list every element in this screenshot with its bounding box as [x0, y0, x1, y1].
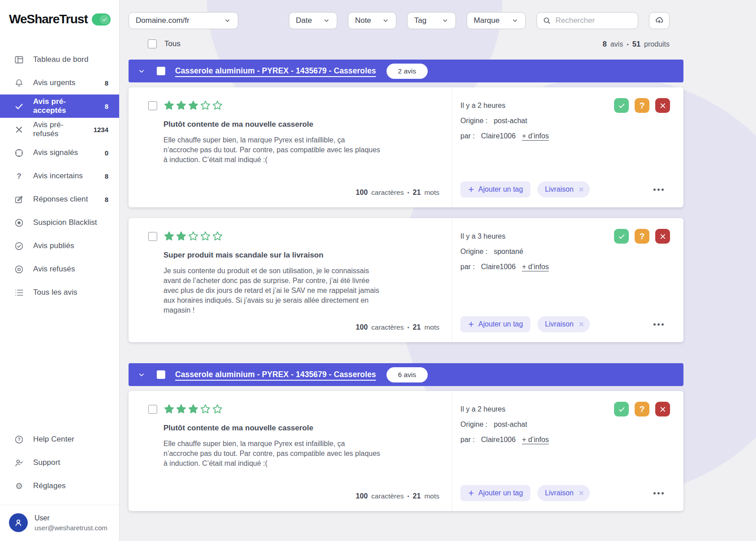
- product-group-header[interactable]: Casserole aluminium - PYREX - 1435679 - …: [129, 363, 683, 386]
- stats-separator: •: [407, 190, 409, 196]
- more-info-link[interactable]: + d’infos: [522, 129, 549, 144]
- more-actions-button[interactable]: [653, 489, 665, 497]
- star-empty-icon: [200, 100, 211, 111]
- review-stats: 100 caractères • 21 mots: [356, 484, 439, 500]
- review-meta: Il y a 2 heures Origine : post-achat par…: [460, 98, 549, 144]
- sidebar-item-avis-refuses[interactable]: Avis refusés: [0, 258, 119, 281]
- more-actions-button[interactable]: [653, 321, 665, 328]
- sidebar-item-reponses-client[interactable]: Réponses client 8: [0, 188, 119, 211]
- star-empty-icon: [212, 404, 223, 415]
- x-icon: [659, 102, 667, 110]
- reviews-count: 8: [603, 40, 607, 48]
- cloud-download-icon: [654, 16, 664, 26]
- product-link[interactable]: Casserole aluminium - PYREX - 1435679 - …: [175, 370, 376, 379]
- sidebar-nav: Tableau de bord Avis urgents 8 Avis pré-…: [0, 48, 119, 304]
- review-count-badge: 2 avis: [387, 64, 428, 79]
- group-checkbox[interactable]: [157, 67, 165, 75]
- review-checkbox[interactable]: [148, 101, 157, 110]
- edit-icon: [13, 194, 24, 205]
- close-icon[interactable]: [578, 321, 584, 327]
- sidebar-item-help-center[interactable]: ? Help Center: [0, 428, 119, 451]
- select-all[interactable]: Tous: [148, 39, 180, 48]
- product-link[interactable]: Casserole aluminium - PYREX - 1435679 - …: [175, 66, 376, 76]
- approve-button[interactable]: [614, 229, 629, 244]
- add-tag-button[interactable]: Ajouter un tag: [460, 316, 530, 332]
- review-checkbox[interactable]: [148, 405, 157, 414]
- review-card-left: Plutôt contente de ma nouvelle casserole…: [129, 87, 452, 207]
- uncertain-button[interactable]: ?: [635, 98, 649, 113]
- review-time: Il y a 3 heures: [460, 229, 549, 244]
- bell-icon: [13, 77, 24, 88]
- group-checkbox[interactable]: [157, 370, 165, 379]
- add-tag-button[interactable]: Ajouter un tag: [460, 485, 530, 501]
- more-actions-button[interactable]: [653, 186, 665, 193]
- close-icon[interactable]: [578, 490, 584, 496]
- date-filter-value: Date: [296, 16, 312, 25]
- reject-button[interactable]: [655, 402, 670, 416]
- moderation-actions: ?: [614, 98, 670, 144]
- uncertain-button[interactable]: ?: [635, 402, 649, 416]
- sidebar-item-tous-les-avis[interactable]: Tous les avis: [0, 281, 119, 304]
- tag-pill[interactable]: Livraison: [537, 485, 590, 501]
- author-label: par :: [460, 259, 475, 275]
- review-card-right: Il y a 2 heures Origine : post-achat par…: [452, 391, 683, 511]
- sidebar-item-avis-urgents[interactable]: Avis urgents 8: [0, 71, 119, 94]
- export-button[interactable]: [649, 12, 670, 29]
- char-count: 100: [356, 189, 368, 197]
- select-all-checkbox[interactable]: [148, 39, 157, 48]
- chevron-down-icon[interactable]: [137, 67, 146, 75]
- note-filter-select[interactable]: Note: [348, 12, 396, 29]
- review-groups: Casserole aluminium - PYREX - 1435679 - …: [129, 60, 683, 511]
- approve-button[interactable]: [614, 402, 629, 416]
- review-meta: Il y a 3 heures Origine : spontané par :…: [460, 229, 549, 275]
- reject-button[interactable]: [655, 229, 670, 244]
- sidebar-item-avis-pre-acceptes[interactable]: Avis pré-acceptés 8: [0, 94, 119, 118]
- user-profile[interactable]: User user@wesharetrust.com: [0, 505, 119, 541]
- star-empty-icon: [200, 231, 211, 242]
- sidebar-item-suspicion-blacklist[interactable]: Suspicion Blacklist: [0, 211, 119, 234]
- review-body: Elle chauffe super bien, la marque Pyrex…: [163, 439, 439, 468]
- tag-filter-select[interactable]: Tag: [407, 12, 456, 29]
- star-empty-icon: [200, 404, 211, 415]
- brand-filter-select[interactable]: Marque: [467, 12, 526, 29]
- select-all-label: Tous: [164, 39, 180, 48]
- tag-pill[interactable]: Livraison: [537, 316, 590, 332]
- star-filled-icon: [163, 231, 175, 242]
- chevron-down-icon[interactable]: [137, 371, 146, 379]
- user-name: User: [34, 514, 107, 522]
- brand-filter-value: Marque: [474, 16, 500, 25]
- result-counts: 8 avis • 51 produits: [603, 40, 670, 48]
- more-info-link[interactable]: + d’infos: [522, 259, 549, 275]
- x-icon: [659, 405, 667, 413]
- more-info-link[interactable]: + d’infos: [522, 432, 549, 447]
- sidebar-item-avis-signales[interactable]: Avis signalés 0: [0, 141, 119, 164]
- question-icon: ?: [13, 171, 24, 181]
- date-filter-select[interactable]: Date: [289, 12, 337, 29]
- star-empty-icon: [188, 231, 199, 242]
- product-group-header[interactable]: Casserole aluminium - PYREX - 1435679 - …: [129, 60, 683, 82]
- sidebar-item-tableau-de-bord[interactable]: Tableau de bord: [0, 48, 119, 71]
- review-card: Super produit mais scandale sur la livra…: [129, 218, 683, 342]
- target-icon: [13, 147, 24, 158]
- sidebar-item-support[interactable]: Support: [0, 451, 119, 474]
- search-input[interactable]: [555, 16, 632, 25]
- stats-separator: •: [407, 494, 409, 500]
- tag-pill[interactable]: Livraison: [537, 181, 590, 198]
- star-filled-icon: [188, 100, 199, 111]
- sidebar-item-avis-incertains[interactable]: ? Avis incertains 8: [0, 164, 119, 188]
- review-card: Plutôt contente de ma nouvelle casserole…: [129, 87, 683, 207]
- tag-label: Livraison: [545, 185, 574, 193]
- close-icon[interactable]: [578, 186, 584, 193]
- reject-button[interactable]: [655, 98, 670, 113]
- approve-button[interactable]: [614, 98, 629, 113]
- review-title: Plutôt contente de ma nouvelle casserole: [163, 120, 439, 129]
- sidebar-item-avis-pre-refuses[interactable]: Avis pré-refusés 1234: [0, 118, 119, 141]
- sidebar-item-avis-publies[interactable]: Avis publiés: [0, 234, 119, 258]
- add-tag-button[interactable]: Ajouter un tag: [460, 181, 530, 198]
- uncertain-button[interactable]: ?: [635, 229, 649, 244]
- svg-text:?: ?: [17, 172, 21, 180]
- review-card-right: Il y a 3 heures Origine : spontané par :…: [452, 218, 683, 342]
- domain-select[interactable]: Domaine.com/fr: [129, 12, 238, 29]
- sidebar-item-reglages[interactable]: ⚙ Réglages: [0, 474, 119, 498]
- review-checkbox[interactable]: [148, 232, 157, 241]
